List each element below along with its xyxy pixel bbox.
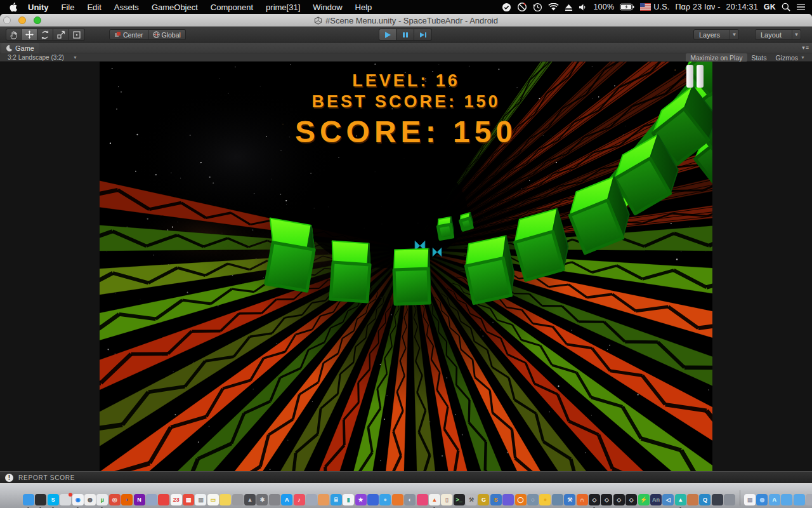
dock-documents[interactable]: ▥ <box>195 494 206 505</box>
report-score-bar[interactable]: ! REPORT SCORE <box>0 471 812 483</box>
dock-image-dark[interactable] <box>712 494 723 505</box>
dock-teal-rocket[interactable]: ▲ <box>675 494 686 505</box>
dock-document-white[interactable]: ▤ <box>744 494 756 505</box>
dock-unity-1[interactable]: ◇ <box>589 494 600 505</box>
maximize-on-play-button[interactable]: Maximize on Play <box>686 53 747 62</box>
dock-ellipse-blue[interactable] <box>367 494 379 505</box>
pane-menu-icon[interactable]: ▾≡ <box>802 44 809 51</box>
gizmos-button[interactable]: Gizmos▼ <box>771 53 809 62</box>
dock-photos[interactable] <box>60 494 71 505</box>
menubar-date[interactable]: Παρ 23 Ιαν - <box>675 3 720 11</box>
dock-mail-red[interactable] <box>158 494 169 505</box>
dock-star-purple[interactable]: ★ <box>355 494 367 505</box>
dock-cube-app[interactable] <box>146 494 157 505</box>
dock-terminal-2[interactable]: >_ <box>454 494 465 505</box>
dock-book-app[interactable]: ▯ <box>441 494 452 505</box>
dock-utorrent[interactable]: µ <box>96 494 108 505</box>
dock-q-blue[interactable]: Q <box>699 494 710 505</box>
dock-doc-search[interactable]: ◌ <box>527 494 539 505</box>
dock-xcode[interactable]: ⚒ <box>564 494 575 505</box>
dock-circle-blue[interactable]: ● <box>379 494 391 505</box>
dock-flame-app[interactable] <box>392 494 403 505</box>
dock-app-store[interactable]: A <box>281 494 292 505</box>
dock-chart-app[interactable]: ▮ <box>343 494 354 505</box>
menu-help[interactable]: Help <box>349 3 379 12</box>
dock-box-gray[interactable] <box>232 494 244 505</box>
dock-folder-a[interactable]: A <box>769 494 780 505</box>
dock-cyberduck[interactable]: ● <box>539 494 551 505</box>
volume-icon[interactable] <box>579 3 587 11</box>
time-machine-icon[interactable] <box>533 3 542 12</box>
dock-monitor-app[interactable] <box>552 494 563 505</box>
dock-camera-app[interactable] <box>269 494 280 505</box>
game-pause-button[interactable] <box>686 65 708 88</box>
dock-gear-app[interactable]: ✱ <box>256 494 268 505</box>
menu-window[interactable]: Window <box>306 3 348 12</box>
scale-tool-button[interactable] <box>53 29 69 41</box>
dock-stickies[interactable] <box>219 494 231 505</box>
dock-doc-red[interactable]: ▤ <box>183 494 194 505</box>
dock-pink-app[interactable] <box>417 494 428 505</box>
play-button[interactable] <box>379 29 396 41</box>
dock-purple-app[interactable] <box>502 494 514 505</box>
dock-itunes[interactable]: ♪ <box>294 494 305 505</box>
notification-center-icon[interactable] <box>502 3 511 12</box>
menu-component[interactable]: Component <box>204 3 259 12</box>
dock-doc-orange[interactable] <box>318 494 329 505</box>
dock-window-gray[interactable] <box>806 494 812 505</box>
window-title-bar[interactable]: #Scene Menu.unity - SpaceTubeAndr - Andr… <box>0 14 812 27</box>
dock-triangle-blue[interactable]: ◁ <box>662 494 674 505</box>
pivot-global-button[interactable]: Global <box>148 29 186 40</box>
menu-unity[interactable]: Unity <box>22 3 55 12</box>
dock-skype[interactable]: S <box>48 494 59 505</box>
rotate-tool-button[interactable] <box>37 29 53 41</box>
dock-terminal[interactable] <box>35 494 46 505</box>
dock-green-flash[interactable]: ⚡ <box>638 494 650 505</box>
apple-menu-icon[interactable] <box>9 3 18 12</box>
dock-safari[interactable]: ◉ <box>72 494 84 505</box>
menu-prime-31-[interactable]: prime[31] <box>259 3 306 12</box>
layout-dropdown[interactable]: Layout▼ <box>755 29 801 40</box>
move-tool-button[interactable] <box>22 29 37 41</box>
user-menu[interactable]: GK <box>764 3 776 11</box>
dock-vlc[interactable]: ▲ <box>429 494 440 505</box>
pause-button[interactable] <box>396 29 414 41</box>
pivot-center-button[interactable]: Center <box>109 29 148 40</box>
dock-photo-gray[interactable] <box>306 494 317 505</box>
game-tab[interactable]: Game <box>1 43 39 53</box>
rect-tool-button[interactable] <box>69 29 85 41</box>
dock-sublime[interactable]: S <box>490 494 502 505</box>
menu-file[interactable]: File <box>55 3 81 12</box>
dock-keynote[interactable]: ⌸ <box>331 494 342 505</box>
dock-globe-gray[interactable]: ◐ <box>404 494 416 505</box>
eject-icon[interactable] <box>565 3 573 11</box>
step-button[interactable] <box>414 29 432 41</box>
dock-folder-blue[interactable] <box>794 494 805 505</box>
menu-gameobject[interactable]: GameObject <box>145 3 204 12</box>
stats-button[interactable]: Stats <box>747 53 771 62</box>
dock-chrome[interactable]: ◎ <box>109 494 121 505</box>
dock-adobe-an[interactable]: An <box>650 494 662 505</box>
dock-folder-doc[interactable] <box>781 494 792 505</box>
spotlight-search-icon[interactable] <box>782 3 790 11</box>
dock-unity-4[interactable]: ◇ <box>625 494 637 505</box>
dock-unity-2[interactable]: ◇ <box>601 494 612 505</box>
dock-blender[interactable]: ◯ <box>515 494 527 505</box>
dock-notes[interactable]: ▭ <box>207 494 219 505</box>
dock-calendar[interactable]: 23 <box>171 494 182 505</box>
aspect-dropdown[interactable]: 3:2 Landscape (3:2) ▼ <box>4 53 81 62</box>
dock-unity-3[interactable]: ◇ <box>613 494 625 505</box>
dock-dental-app[interactable]: ◍ <box>84 494 96 505</box>
hand-tool-button[interactable] <box>6 29 22 41</box>
dock-onenote[interactable]: N <box>134 494 145 505</box>
dock-rocket[interactable]: ▲ <box>244 494 256 505</box>
notification-list-icon[interactable] <box>796 3 806 11</box>
dock-globe-blue[interactable]: ◍ <box>756 494 768 505</box>
layers-dropdown[interactable]: Layers▼ <box>693 29 739 40</box>
do-not-disturb-icon[interactable] <box>517 2 527 12</box>
wifi-icon[interactable] <box>548 3 559 11</box>
menu-assets[interactable]: Assets <box>108 3 145 12</box>
dock-headphones[interactable]: ∩ <box>577 494 588 505</box>
dock-finder[interactable] <box>23 494 34 505</box>
menubar-clock[interactable]: 20:14:31 <box>726 3 758 11</box>
